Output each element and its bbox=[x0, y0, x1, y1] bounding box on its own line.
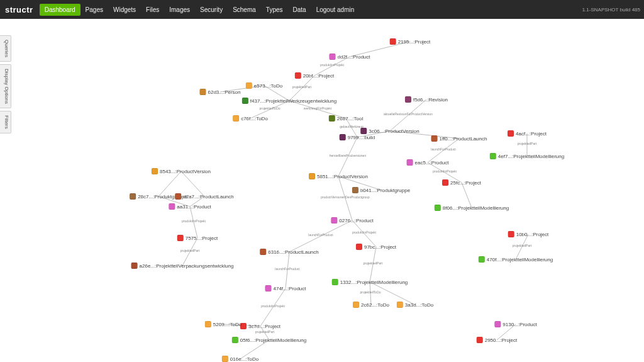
graph-node[interactable]: e573...:ToDo bbox=[246, 82, 282, 89]
graph-node[interactable]: 474f...:Product bbox=[265, 285, 306, 291]
graph-node[interactable]: f437...:ProjektteilWerkzeugentwicklung bbox=[242, 98, 336, 104]
graph-node[interactable]: 8f06...:ProjektteilModellierung bbox=[435, 205, 509, 211]
nav-item-data[interactable]: Data bbox=[288, 4, 311, 16]
graph-node-label: 3c7d...:Project bbox=[248, 324, 280, 329]
graph-node[interactable]: 62d3...:Person bbox=[199, 89, 240, 95]
graph-node-dot bbox=[246, 82, 252, 89]
graph-node-dot bbox=[152, 168, 158, 174]
graph-node[interactable]: 8543...:ProductVersion bbox=[152, 168, 211, 174]
graph-node-dot bbox=[205, 321, 211, 327]
graph-node[interactable]: 10b0...:Project bbox=[508, 231, 549, 237]
graph-node[interactable]: 97bc...:Project bbox=[356, 244, 396, 250]
graph-edge-label: projektteilPart bbox=[292, 85, 312, 89]
graph-node[interactable]: 4ef7...:ProjektteilModellierung bbox=[490, 153, 564, 159]
graph-node[interactable]: 1ff0...:ProductLaunch bbox=[431, 135, 487, 142]
side-tab-queries[interactable]: Queries bbox=[0, 35, 11, 62]
graph-node[interactable]: 9130...:Product bbox=[494, 321, 536, 327]
graph-node[interactable]: f5d6...:Revision bbox=[405, 96, 448, 103]
graph-node[interactable]: 4acf...:Project bbox=[508, 130, 547, 137]
graph-edge bbox=[158, 171, 181, 196]
nav-items: DashboardPagesWidgetsFilesImagesSecurity… bbox=[40, 4, 360, 16]
nav-item-logout-admin[interactable]: Logout admin bbox=[311, 4, 360, 16]
nav-item-pages[interactable]: Pages bbox=[80, 4, 108, 16]
graph-node[interactable]: 2c62...:ToDo bbox=[353, 302, 389, 308]
graph-node[interactable]: a26e...:ProjektteilVerpackungsentwicklun… bbox=[131, 263, 234, 269]
graph-node[interactable]: 3a3d...:ToDo bbox=[397, 302, 433, 308]
graph-node[interactable]: 3c06...:ProductVersion bbox=[360, 128, 419, 134]
graph-node-label: f437...:ProjektteilWerkzeugentwicklung bbox=[250, 98, 336, 104]
graph-node[interactable]: 6316...:ProductLaunch bbox=[260, 249, 319, 255]
graph-node-label: 9130...:Product bbox=[502, 322, 536, 327]
graph-node[interactable]: 9799...:build bbox=[340, 134, 375, 140]
graph-edge bbox=[338, 176, 352, 220]
graph-node[interactable]: eac5...:Product bbox=[407, 159, 449, 166]
graph-node-dot bbox=[242, 98, 248, 104]
graph-node-label: 2687...:Tool bbox=[337, 116, 363, 122]
graph-node-dot bbox=[397, 302, 403, 308]
graph-node-label: 8f06...:ProjektteilModellierung bbox=[443, 205, 509, 211]
graph-node[interactable]: 20bf...:Project bbox=[295, 72, 334, 79]
graph-node-dot bbox=[329, 115, 335, 122]
graph-node[interactable]: 470f...:ProjektteilModellierung bbox=[479, 256, 553, 263]
graph-node[interactable]: 25fc...:Project bbox=[442, 179, 481, 186]
top-nav: structr DashboardPagesWidgetsFilesImages… bbox=[0, 0, 644, 19]
graph-edge bbox=[286, 252, 289, 288]
graph-node[interactable]: 2195...:Project bbox=[390, 38, 431, 45]
graph-node[interactable]: 016e...:ToDo bbox=[222, 356, 258, 362]
nav-item-files[interactable]: Files bbox=[141, 4, 164, 16]
graph-edge bbox=[516, 234, 528, 259]
nav-item-types[interactable]: Types bbox=[261, 4, 288, 16]
graph-edge-label: launchForProduct bbox=[275, 267, 300, 271]
graph-node-dot bbox=[233, 115, 239, 122]
nav-item-schema[interactable]: Schema bbox=[228, 4, 261, 16]
graph-node[interactable]: aa31...:Product bbox=[169, 203, 211, 210]
graph-edge-label: produktImProjekt bbox=[182, 219, 206, 223]
graph-node-dot bbox=[130, 193, 136, 200]
graph-node-dot bbox=[309, 173, 315, 179]
graph-node-label: 4acf...:Project bbox=[516, 131, 547, 137]
graph-node[interactable]: 5851...:ProductVersion bbox=[309, 173, 368, 179]
graph-node-label: 05f6...:ProjektteilModellierung bbox=[240, 337, 306, 343]
graph-node[interactable]: 5209...:ToDo bbox=[205, 321, 242, 327]
graph-node-label: 474f...:Product bbox=[273, 286, 306, 291]
graph-node-label: 016e...:ToDo bbox=[230, 356, 258, 362]
graph-edge-label: projektteilToDo bbox=[259, 106, 280, 110]
graph-canvas[interactable]: produktImProjektprojektteilPartprojektte… bbox=[13, 19, 644, 362]
graph-node[interactable]: 05f6...:ProjektteilModellierung bbox=[232, 337, 306, 343]
graph-node[interactable]: c76f...:ToDo bbox=[233, 115, 268, 122]
graph-node-dot bbox=[352, 187, 358, 193]
graph-edge bbox=[190, 206, 197, 238]
graph-node-dot bbox=[199, 89, 206, 95]
graph-node[interactable]: d2a7...:ProductLaunch bbox=[175, 193, 234, 200]
graph-node[interactable]: 2950...:Project bbox=[477, 337, 518, 343]
graph-edge-label: productVersionenDesProductgroup bbox=[321, 195, 370, 199]
nav-item-images[interactable]: Images bbox=[164, 4, 195, 16]
nav-item-dashboard[interactable]: Dashboard bbox=[40, 4, 80, 16]
graph-node-dot bbox=[332, 279, 338, 285]
graph-edge bbox=[370, 247, 376, 282]
graph-edge-label: herstellbareProdversionen bbox=[330, 154, 367, 157]
graph-node[interactable]: 1332...:ProjektteilModellierung bbox=[332, 279, 408, 285]
nav-item-security[interactable]: Security bbox=[195, 4, 228, 16]
graph-node[interactable]: 2687...:Tool bbox=[329, 115, 363, 122]
graph-node[interactable]: 0276...:Product bbox=[331, 217, 373, 223]
graph-edge-label: projektteilPart bbox=[255, 330, 275, 334]
graph-edge bbox=[390, 99, 426, 131]
graph-node[interactable]: dd2f...:Product bbox=[329, 54, 370, 60]
brand-logo: structr bbox=[5, 5, 33, 14]
graph-edge-label: projektteilPart bbox=[180, 249, 200, 252]
graph-node[interactable]: 3c7d...:Project bbox=[240, 323, 280, 329]
graph-node-label: 8543...:ProductVersion bbox=[160, 169, 211, 174]
graph-node-dot bbox=[442, 179, 448, 186]
graph-node-dot bbox=[508, 130, 514, 137]
graph-node-label: 2195...:Project bbox=[398, 39, 431, 45]
graph-edge-label: werkzeugFürProjekt bbox=[304, 106, 332, 110]
graph-node-dot bbox=[477, 337, 483, 343]
side-tab-filters[interactable]: Filters bbox=[0, 111, 11, 133]
graph-node[interactable]: 7575...:Project bbox=[177, 235, 218, 241]
graph-node[interactable]: b041...:Produktgruppe bbox=[352, 187, 410, 193]
graph-node-label: 20bf...:Project bbox=[303, 73, 334, 79]
nav-item-widgets[interactable]: Widgets bbox=[108, 4, 141, 16]
graph-node-label: 5851...:ProductVersion bbox=[317, 174, 368, 179]
side-tab-display-options[interactable]: Display Options bbox=[0, 64, 11, 108]
